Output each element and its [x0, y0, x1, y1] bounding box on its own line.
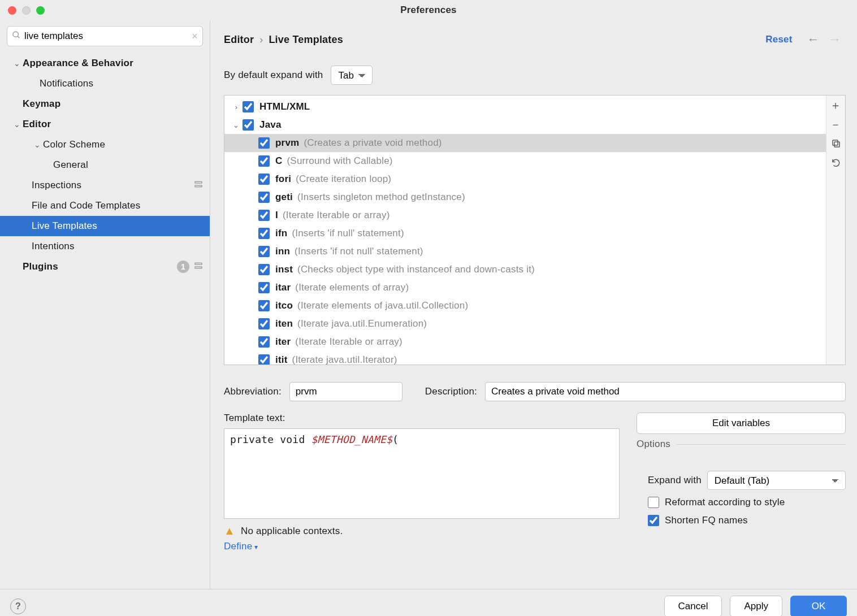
sidebar-item-general[interactable]: General	[0, 155, 210, 175]
ok-button[interactable]: OK	[790, 596, 847, 617]
forward-arrow-icon[interactable]: →	[829, 32, 841, 47]
option-expand-with-label: Expand with	[648, 475, 702, 486]
edit-variables-button[interactable]: Edit variables	[637, 413, 846, 434]
item-checkbox[interactable]	[258, 246, 270, 257]
template-item-ifn[interactable]: ifn(Inserts 'if null' statement)	[224, 224, 826, 242]
copy-template-icon[interactable]	[830, 137, 842, 150]
template-item-inst[interactable]: inst(Checks object type with instanceof …	[224, 261, 826, 279]
svg-point-0	[13, 32, 18, 37]
templates-tree[interactable]: ›HTML/XML⌄Javaprvm(Creates a private voi…	[224, 96, 826, 365]
remove-template-icon[interactable]: －	[830, 118, 842, 131]
sidebar-item-color-scheme[interactable]: ⌄Color Scheme	[0, 135, 210, 155]
item-checkbox[interactable]	[258, 318, 270, 329]
svg-rect-7	[833, 140, 838, 145]
option-expand-with-select[interactable]: Default (Tab)	[707, 471, 846, 490]
template-item-itar[interactable]: itar(Iterate elements of array)	[224, 279, 826, 297]
reformat-checkbox[interactable]	[648, 497, 659, 508]
sidebar-item-intentions[interactable]: Intentions	[0, 236, 210, 257]
template-text-input[interactable]: private void $METHOD_NAME$(	[224, 428, 620, 519]
sidebar-item-editor[interactable]: ⌄Editor	[0, 114, 210, 135]
template-item-c[interactable]: C(Surround with Callable)	[224, 152, 826, 170]
expand-with-label: By default expand with	[224, 70, 323, 81]
clear-search-icon[interactable]: ×	[192, 31, 198, 42]
item-checkbox[interactable]	[258, 354, 270, 365]
breadcrumb: Editor›Live Templates	[224, 34, 343, 46]
gear-icon	[194, 261, 203, 273]
sidebar: × ⌄Appearance & BehaviorNotificationsKey…	[0, 20, 210, 589]
dialog-footer: ? Cancel Apply OK	[0, 589, 857, 616]
apply-button[interactable]: Apply	[730, 596, 782, 617]
badge: 1	[177, 261, 189, 273]
template-item-iter[interactable]: iter(Iterate Iterable or array)	[224, 333, 826, 351]
svg-line-1	[18, 36, 19, 38]
sidebar-item-live-templates[interactable]: Live Templates	[0, 216, 210, 236]
abbreviation-label: Abbreviation:	[224, 386, 282, 397]
options-label: Options	[637, 439, 676, 450]
template-item-itit[interactable]: itit(Iterate java.util.Iterator)	[224, 351, 826, 365]
warning-icon: ▲	[224, 524, 235, 537]
svg-rect-2	[195, 181, 202, 183]
shorten-fq-label: Shorten FQ names	[665, 515, 748, 526]
svg-rect-5	[195, 267, 202, 268]
content: Editor›Live Templates Reset ← → By defau…	[210, 20, 857, 589]
svg-rect-3	[195, 185, 202, 187]
item-checkbox[interactable]	[258, 300, 270, 311]
reformat-label: Reformat according to style	[665, 497, 785, 508]
help-button[interactable]: ?	[10, 598, 26, 614]
template-group-html-xml[interactable]: ›HTML/XML	[224, 98, 826, 116]
item-checkbox[interactable]	[258, 210, 270, 221]
description-label: Description:	[425, 386, 477, 397]
chevron-down-icon: ⌄	[11, 120, 23, 129]
template-item-geti[interactable]: geti(Inserts singleton method getInstanc…	[224, 188, 826, 206]
no-context-label: No applicable contexts.	[241, 526, 343, 537]
search-box[interactable]: ×	[7, 26, 203, 46]
template-text-label: Template text:	[224, 413, 620, 424]
sidebar-item-file-and-code-templates[interactable]: File and Code Templates	[0, 196, 210, 216]
sidebar-item-appearance-behavior[interactable]: ⌄Appearance & Behavior	[0, 53, 210, 73]
search-icon	[12, 31, 21, 42]
item-checkbox[interactable]	[258, 173, 270, 185]
define-context-link[interactable]: Define▾	[224, 541, 620, 552]
sidebar-item-keymap[interactable]: Keymap	[0, 94, 210, 114]
window-title: Preferences	[0, 5, 857, 16]
chevron-down-icon: ⌄	[11, 59, 23, 68]
item-checkbox[interactable]	[258, 137, 270, 149]
templates-panel: ›HTML/XML⌄Javaprvm(Creates a private voi…	[224, 95, 846, 365]
template-item-iten[interactable]: iten(Iterate java.util.Enumeration)	[224, 315, 826, 333]
chevron-icon: ⌄	[230, 121, 243, 129]
gear-icon	[194, 180, 203, 192]
revert-template-icon[interactable]	[830, 157, 842, 169]
chevron-icon: ›	[230, 103, 243, 111]
template-group-java[interactable]: ⌄Java	[224, 116, 826, 134]
template-item-i[interactable]: I(Iterate Iterable or array)	[224, 206, 826, 224]
settings-tree: ⌄Appearance & BehaviorNotificationsKeyma…	[0, 51, 210, 589]
item-checkbox[interactable]	[258, 192, 270, 203]
cancel-button[interactable]: Cancel	[664, 596, 722, 617]
item-checkbox[interactable]	[258, 282, 270, 293]
reset-link[interactable]: Reset	[765, 34, 792, 45]
template-item-prvm[interactable]: prvm(Creates a private void method)	[224, 134, 826, 152]
chevron-down-icon: ⌄	[32, 140, 43, 149]
expand-with-select[interactable]: Tab	[331, 66, 373, 85]
shorten-fq-checkbox[interactable]	[648, 515, 659, 526]
item-checkbox[interactable]	[258, 155, 270, 167]
item-checkbox[interactable]	[258, 228, 270, 239]
item-checkbox[interactable]	[258, 264, 270, 275]
abbreviation-input[interactable]	[289, 382, 402, 401]
add-template-icon[interactable]: ＋	[830, 99, 842, 111]
sidebar-item-inspections[interactable]: Inspections	[0, 175, 210, 196]
template-item-itco[interactable]: itco(Iterate elements of java.util.Colle…	[224, 297, 826, 315]
sidebar-item-plugins[interactable]: Plugins1	[0, 257, 210, 277]
template-item-inn[interactable]: inn(Inserts 'if not null' statement)	[224, 242, 826, 261]
group-checkbox[interactable]	[243, 119, 254, 131]
group-checkbox[interactable]	[243, 101, 254, 112]
template-item-fori[interactable]: fori(Create iteration loop)	[224, 170, 826, 188]
item-checkbox[interactable]	[258, 336, 270, 348]
search-input[interactable]	[21, 31, 192, 42]
sidebar-item-notifications[interactable]: Notifications	[0, 73, 210, 94]
panel-toolbar: ＋ －	[826, 96, 845, 365]
svg-rect-4	[195, 263, 202, 264]
titlebar: Preferences	[0, 0, 857, 20]
back-arrow-icon[interactable]: ←	[807, 32, 820, 47]
description-input[interactable]	[485, 382, 846, 401]
